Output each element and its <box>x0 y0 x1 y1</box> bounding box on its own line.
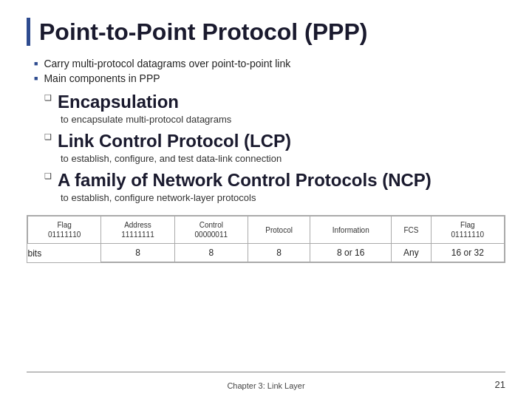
sub-item-encapsulation: Encapsulation <box>44 92 505 112</box>
main-bullets: Carry multi-protocol datagrams over poin… <box>27 58 505 84</box>
bullet-1: Carry multi-protocol datagrams over poin… <box>34 58 505 69</box>
ncp-title: A family of Network Control Protocols (N… <box>58 170 432 191</box>
bits-row: bits 8 8 8 8 or 16 Any 16 or 32 <box>28 244 505 262</box>
bits-val-1: 8 <box>101 244 174 262</box>
page-number: 21 <box>495 379 505 390</box>
col-header-control: Control00000011 <box>174 216 248 244</box>
bits-val-2: 8 <box>174 244 248 262</box>
col-header-address: Address11111111 <box>101 216 174 244</box>
frame-table: Flag01111110 Address11111111 Control0000… <box>27 216 505 262</box>
bits-val-3: 8 <box>248 244 310 262</box>
bullet-2: Main components in PPP <box>34 72 505 84</box>
encapsulation-desc: to encapsulate multi-protocol datagrams <box>61 114 505 125</box>
slide-title: Point-to-Point Protocol (PPP) <box>27 18 505 46</box>
lcp-title: Link Control Protocol (LCP) <box>58 131 291 151</box>
bits-val-5: Any <box>392 244 431 262</box>
header-row: Flag01111110 Address11111111 Control0000… <box>28 216 505 244</box>
slide: Point-to-Point Protocol (PPP) Carry mult… <box>0 0 532 399</box>
encapsulation-title: Encapsulation <box>58 92 179 112</box>
frame-table-container: Flag01111110 Address11111111 Control0000… <box>27 215 505 263</box>
col-header-flag2: Flag01111110 <box>431 216 504 244</box>
footer: Chapter 3: Link Layer <box>0 381 532 390</box>
sub-sections: Encapsulation to encapsulate multi-proto… <box>44 92 505 203</box>
lcp-desc: to establish, configure, and test data-l… <box>61 153 505 164</box>
bits-val-6: 16 or 32 <box>431 244 504 262</box>
col-header-information: Information <box>310 216 392 244</box>
col-header-protocol: Protocol <box>248 216 310 244</box>
bits-val-4: 8 or 16 <box>310 244 392 262</box>
bits-label-cell: bits <box>28 244 101 262</box>
bottom-divider <box>27 372 505 372</box>
sub-item-ncp: A family of Network Control Protocols (N… <box>44 170 505 191</box>
sub-item-lcp: Link Control Protocol (LCP) <box>44 131 505 151</box>
footer-text: Chapter 3: Link Layer <box>227 381 304 390</box>
ncp-desc: to establish, configure network-layer pr… <box>61 192 505 203</box>
col-header-flag1: Flag01111110 <box>28 216 101 244</box>
col-header-fcs: FCS <box>392 216 431 244</box>
